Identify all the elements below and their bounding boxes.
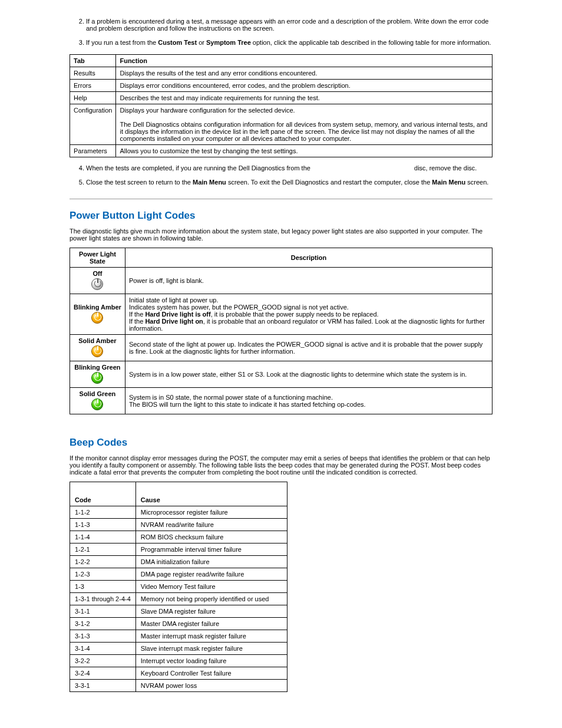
- desc-cell: Second state of the light at power up. I…: [125, 335, 492, 361]
- desc-cell: Power is off, light is blank.: [125, 268, 492, 294]
- code-cell: 1-3-1 through 2-4-4: [70, 593, 136, 605]
- heading-beep-codes: Beep Codes: [70, 437, 492, 449]
- state-cell: Off: [70, 268, 125, 294]
- list-item: When the tests are completed, if you are…: [86, 164, 492, 172]
- table-row: 1-3Video Memory Test failure: [70, 581, 287, 593]
- table-row: Solid Green System is in S0 state, the n…: [70, 388, 492, 414]
- state-label: Solid Amber: [74, 337, 121, 344]
- code-cell: 3-2-2: [70, 655, 136, 667]
- instruction-list-top: If a problem is encountered during a tes…: [70, 18, 492, 46]
- cause-cell: Memory not being properly identified or …: [135, 593, 287, 605]
- text: option, click the applicable tab describ…: [251, 39, 491, 46]
- col-header-tab: Tab: [70, 55, 116, 67]
- table-row: ResultsDisplays the results of the test …: [70, 67, 492, 80]
- text: System is in S0 state, the normal power …: [129, 394, 333, 401]
- heading-power-codes: Power Button Light Codes: [70, 210, 492, 222]
- bold-text: Symptom Tree: [206, 39, 251, 46]
- state-cell: Solid Green: [70, 388, 125, 414]
- power-green-icon: [91, 372, 103, 384]
- list-item: If a problem is encountered during a tes…: [86, 18, 492, 32]
- code-cell: 1-2-2: [70, 556, 136, 568]
- table-row: 1-2-2DMA initialization failure: [70, 556, 287, 568]
- bold-text: Custom Test: [158, 39, 197, 46]
- code-cell: 1-1-2: [70, 506, 136, 519]
- power-amber-icon: [91, 345, 103, 357]
- table-row: Solid Amber Second state of the light at…: [70, 335, 492, 361]
- table-row: 3-1-2Master DMA register failure: [70, 618, 287, 630]
- power-amber-icon: [91, 312, 103, 324]
- table-row: 3-1-4Slave interrupt mask register failu…: [70, 643, 287, 655]
- text: disc, remove the disc.: [412, 164, 477, 172]
- desc-cell: System is in a low power state, either S…: [125, 361, 492, 388]
- table-row: 3-3-1NVRAM power loss: [70, 680, 287, 692]
- list-item: If you run a test from the Custom Test o…: [86, 39, 492, 46]
- cause-cell: DMA page register read/write failure: [135, 568, 287, 581]
- bold-text: Hard Drive light is off: [145, 311, 210, 318]
- state-cell: Blinking Green: [70, 361, 125, 388]
- power-green-icon: [91, 398, 103, 410]
- code-cell: 1-1-3: [70, 519, 136, 531]
- function-cell: Displays error conditions encountered, e…: [116, 80, 492, 92]
- table-row: ConfigurationDisplays your hardware conf…: [70, 104, 492, 145]
- bold-text: Hard Drive light on: [145, 318, 203, 325]
- text: screen. To exit the Dell Diagnostics and…: [226, 179, 432, 186]
- table-row: 1-1-4ROM BIOS checksum failure: [70, 531, 287, 543]
- code-cell: 1-2-1: [70, 543, 136, 556]
- table-row: 3-1-1Slave DMA register failure: [70, 605, 287, 618]
- state-cell: Blinking Amber: [70, 294, 125, 335]
- power-off-icon: [91, 278, 103, 290]
- tab-cell: Parameters: [70, 145, 116, 157]
- intro-power-codes: The diagnostic lights give much more inf…: [70, 228, 492, 242]
- table-row: 1-3-1 through 2-4-4Memory not being prop…: [70, 593, 287, 605]
- code-cell: 3-3-1: [70, 680, 136, 692]
- text: If the: [129, 318, 146, 325]
- cause-cell: Video Memory Test failure: [135, 581, 287, 593]
- text: Indicates system has power, but the POWE…: [129, 304, 349, 311]
- desc-cell: Initial state of light at power up. Indi…: [125, 294, 492, 335]
- code-cell: 1-3: [70, 581, 136, 593]
- text: Initial state of light at power up.: [129, 297, 219, 304]
- text: screen.: [465, 179, 488, 186]
- table-row: 3-2-4Keyboard Controller Test failure: [70, 667, 287, 680]
- table-row: Blinking Green System is in a low power …: [70, 361, 492, 388]
- tab-cell: Configuration: [70, 104, 116, 145]
- function-cell: Displays your hardware configuration for…: [116, 104, 492, 145]
- col-header-description: Description: [125, 248, 492, 268]
- table-row: ParametersAllows you to customize the te…: [70, 145, 492, 157]
- list-item: Close the test screen to return to the M…: [86, 179, 492, 186]
- bold-text: Main Menu: [193, 179, 226, 186]
- intro-beep-codes: If the monitor cannot display error mess…: [70, 454, 492, 476]
- cause-cell: ROM BIOS checksum failure: [135, 531, 287, 543]
- table-row: ErrorsDisplays error conditions encounte…: [70, 80, 492, 92]
- code-cell: 1-1-4: [70, 531, 136, 543]
- code-cell: 3-2-4: [70, 667, 136, 680]
- text: When the tests are completed, if you are…: [86, 164, 312, 172]
- code-cell: 3-1-2: [70, 618, 136, 630]
- tab-cell: Errors: [70, 80, 116, 92]
- cause-cell: NVRAM power loss: [135, 680, 287, 692]
- cause-cell: Master DMA register failure: [135, 618, 287, 630]
- cause-cell: Interrupt vector loading failure: [135, 655, 287, 667]
- state-label: Blinking Amber: [74, 304, 121, 311]
- table-header-row: Power Light State Description: [70, 248, 492, 268]
- cause-cell: Slave interrupt mask register failure: [135, 643, 287, 655]
- cause-cell: Programmable interval timer failure: [135, 543, 287, 556]
- bold-text: Main Menu: [432, 179, 465, 186]
- text: , it is probable that the power supply n…: [211, 311, 379, 318]
- text: Close the test screen to return to the: [86, 179, 193, 186]
- power-light-table: Power Light State Description Off Power …: [70, 248, 492, 414]
- divider: [70, 199, 492, 199]
- table-row: 1-1-3NVRAM read/write failure: [70, 519, 287, 531]
- cause-cell: Microprocessor register failure: [135, 506, 287, 519]
- text: or: [197, 39, 206, 46]
- text: If the: [129, 311, 146, 318]
- function-cell: Allows you to customize the test by chan…: [116, 145, 492, 157]
- table-row: 1-2-1Programmable interval timer failure: [70, 543, 287, 556]
- table-row: 1-1-2Microprocessor register failure: [70, 506, 287, 519]
- col-header-cause: Cause: [135, 482, 287, 506]
- cause-cell: Master interrupt mask register failure: [135, 630, 287, 643]
- code-cell: 1-2-3: [70, 568, 136, 581]
- table-header-row: Code Cause: [70, 482, 287, 506]
- tab-cell: Results: [70, 67, 116, 80]
- function-cell: Displays the results of the test and any…: [116, 67, 492, 80]
